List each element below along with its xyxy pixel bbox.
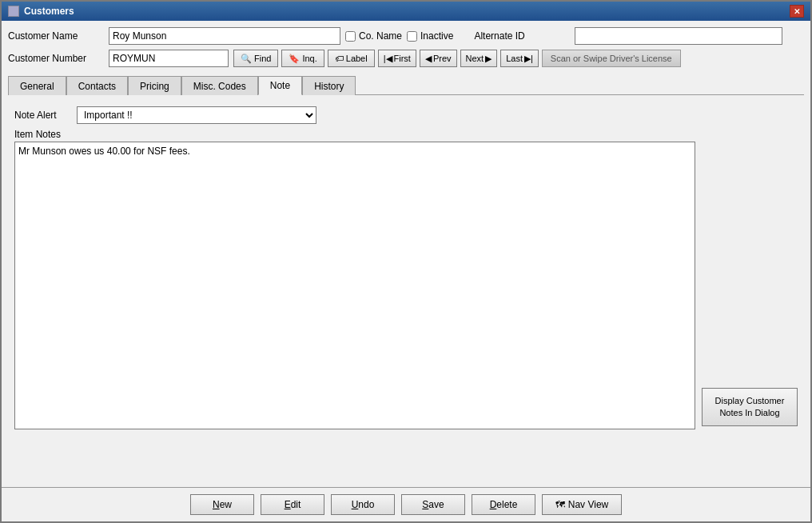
save-button[interactable]: Save (401, 494, 465, 515)
window-icon (8, 6, 19, 17)
tab-note[interactable]: Note (258, 76, 302, 95)
item-notes-label: Item Notes (14, 129, 798, 140)
inactive-checkbox[interactable] (407, 31, 417, 42)
undo-button[interactable]: Undo (331, 494, 395, 515)
prev-icon: ◀ (425, 54, 432, 64)
note-tab-content: Note Alert Important !! None Warning Inf… (8, 98, 804, 481)
edit-button[interactable]: Edit (261, 494, 324, 515)
item-notes-textarea[interactable]: Mr Munson owes us 40.00 for NSF fees. (14, 142, 695, 429)
first-icon: |◀ (384, 54, 392, 64)
alternate-id-label: Alternate ID (474, 30, 570, 42)
first-button[interactable]: |◀ First (378, 50, 416, 67)
note-alert-select[interactable]: Important !! None Warning Info (77, 106, 316, 124)
customer-number-label: Customer Number (8, 53, 104, 64)
tab-general[interactable]: General (8, 76, 66, 95)
delete-button[interactable]: Delete (472, 494, 535, 515)
display-notes-label: Display Customer Notes In Dialog (715, 396, 785, 417)
inactive-checkbox-group: Inactive (407, 30, 453, 42)
label-icon: 🏷 (335, 54, 344, 63)
customer-number-input[interactable] (109, 50, 229, 67)
co-name-checkbox[interactable] (345, 31, 356, 42)
customer-name-label: Customer Name (8, 30, 104, 42)
tab-pricing[interactable]: Pricing (128, 76, 181, 95)
customer-name-input[interactable] (109, 27, 340, 45)
tab-misc-codes[interactable]: Misc. Codes (181, 76, 258, 95)
title-bar-left: Customers (8, 6, 74, 17)
close-button[interactable]: ✕ (790, 5, 804, 18)
tab-history[interactable]: History (302, 76, 356, 95)
nav-view-label: Nav View (568, 499, 608, 510)
note-alert-label: Note Alert (14, 110, 70, 121)
item-notes-section: Item Notes Mr Munson owes us 40.00 for N… (14, 129, 798, 429)
customers-window: Customers ✕ Customer Name Co. Name Inact… (0, 0, 812, 523)
next-icon: ▶ (485, 54, 492, 64)
scan-button[interactable]: Scan or Swipe Driver's License (542, 50, 681, 67)
last-button[interactable]: Last ▶| (500, 50, 539, 67)
window-body: Customer Name Co. Name Inactive Alternat… (2, 21, 810, 487)
customer-name-row: Customer Name Co. Name Inactive Alternat… (8, 27, 804, 45)
nav-view-button[interactable]: 🗺 Nav View (542, 494, 622, 515)
next-button[interactable]: Next ▶ (460, 50, 498, 67)
notes-side-panel: Display Customer Notes In Dialog (702, 142, 798, 429)
find-button[interactable]: 🔍 Find (233, 50, 278, 67)
label-button[interactable]: 🏷 Label (328, 50, 375, 67)
find-icon: 🔍 (241, 54, 252, 64)
tab-contacts[interactable]: Contacts (66, 76, 128, 95)
footer-bar: New Edit Undo Save Delete 🗺 Nav View (2, 487, 810, 521)
inq-icon: 🔖 (289, 54, 300, 64)
co-name-checkbox-group: Co. Name (345, 30, 402, 42)
alternate-id-input[interactable] (575, 27, 782, 45)
window-title: Customers (24, 6, 74, 17)
inq-button[interactable]: 🔖 Inq. (281, 50, 324, 67)
prev-button[interactable]: ◀ Prev (420, 50, 457, 67)
last-icon: ▶| (524, 54, 533, 64)
note-alert-row: Note Alert Important !! None Warning Inf… (14, 106, 798, 124)
tabs-bar: General Contacts Pricing Misc. Codes Not… (8, 75, 804, 95)
display-notes-button[interactable]: Display Customer Notes In Dialog (702, 388, 798, 426)
title-bar: Customers ✕ (2, 2, 810, 21)
new-button[interactable]: New (190, 494, 254, 515)
nav-view-icon: 🗺 (555, 499, 565, 510)
customer-number-row: Customer Number 🔍 Find 🔖 Inq. 🏷 Label |◀ (8, 50, 804, 67)
nav-buttons-row: 🔍 Find 🔖 Inq. 🏷 Label |◀ First ◀ Pr (233, 50, 681, 67)
co-name-label: Co. Name (359, 30, 402, 42)
inactive-label: Inactive (420, 30, 453, 42)
notes-area-wrapper: Mr Munson owes us 40.00 for NSF fees. Di… (14, 142, 798, 429)
